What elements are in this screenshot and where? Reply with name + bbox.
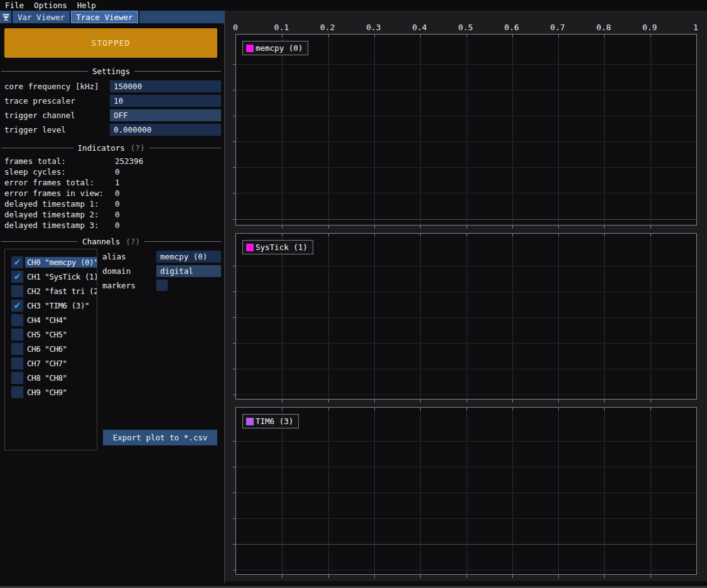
axis-tick (650, 408, 651, 410)
axis-tick (233, 219, 235, 220)
plot-legend-systick-1[interactable]: SysTick (1) (242, 240, 313, 254)
x-axis-tick-label-0-6: 0.6 (504, 23, 519, 32)
axis-tick (374, 575, 375, 578)
axis-tick (233, 141, 235, 142)
markers-checkbox[interactable] (156, 280, 168, 291)
axis-tick (650, 35, 651, 37)
channel-label-ch2: CH2 "fast tri (2)" (25, 286, 97, 297)
channel-checkbox-ch0[interactable]: ✔ (11, 256, 23, 268)
frames-total-value: 252396 (115, 156, 143, 166)
gridline-horizontal (236, 441, 696, 442)
trace-prescaler-input[interactable]: 10 (110, 95, 221, 107)
axis-tick (558, 408, 559, 410)
axis-tick (374, 226, 375, 229)
channel-checkbox-ch4[interactable] (11, 314, 23, 326)
axis-tick (374, 408, 375, 410)
indicator-row-error-frames-total: error frames total:1 (0, 177, 224, 188)
domain-select[interactable]: digital (156, 265, 221, 277)
alias-input[interactable]: memcpy (0) (156, 251, 221, 263)
chevrons-down-icon[interactable] (0, 11, 13, 23)
channel-checkbox-ch1[interactable]: ✔ (11, 271, 23, 283)
axis-tick (420, 35, 421, 37)
gridline-vertical (512, 408, 513, 574)
gridline-horizontal (236, 266, 696, 266)
axis-tick (328, 400, 329, 403)
channel-checkbox-ch8[interactable] (11, 372, 23, 384)
trigger-channel-select[interactable]: OFF (110, 109, 221, 121)
axis-tick (604, 226, 605, 229)
plot-panel-memcpy-0[interactable]: memcpy (0) (235, 34, 697, 226)
channel-row-ch0[interactable]: ✔CH0 "memcpy (0)" (5, 255, 97, 270)
channel-checkbox-ch7[interactable] (11, 357, 23, 369)
channel-row-ch8[interactable]: CH8 "CH8" (5, 371, 97, 385)
channel-label-ch1: CH1 "SysTick (1)" (25, 271, 97, 282)
channel-row-ch9[interactable]: CH9 "CH9" (5, 385, 97, 400)
alias-label: alias (102, 251, 126, 263)
axis-tick (233, 518, 235, 519)
plot-legend-memcpy-0[interactable]: memcpy (0) (242, 41, 308, 55)
axis-tick (558, 35, 559, 37)
core-frequency-khz-input[interactable]: 150000 (110, 80, 221, 92)
domain-label: domain (102, 265, 131, 277)
channel-checkbox-ch5[interactable] (11, 329, 23, 340)
trigger-channel-label: trigger channel (4, 109, 75, 121)
channel-checkbox-ch2[interactable] (11, 285, 23, 297)
gridline-vertical (420, 35, 421, 225)
indicators-help-icon[interactable]: (?) (131, 143, 145, 153)
channel-label-ch3: CH3 "TIM6 (3)" (25, 300, 97, 311)
channel-row-ch3[interactable]: ✔CH3 "TIM6 (3)" (5, 298, 97, 313)
plot-legend-tim6-3[interactable]: TIM6 (3) (242, 414, 299, 428)
trigger-level-input[interactable]: 0.000000 (110, 124, 221, 136)
menu-help[interactable]: Help (77, 1, 102, 10)
x-axis-tick-label-1: 1 (693, 23, 698, 32)
delayed-timestamp-1-value: 0 (115, 199, 120, 209)
channel-row-ch1[interactable]: ✔CH1 "SysTick (1)" (5, 270, 97, 284)
axis-tick (328, 408, 329, 410)
channel-checkbox-ch6[interactable] (11, 343, 23, 355)
channels-help-icon[interactable]: (?) (126, 237, 140, 246)
indicators-title: Indicators (78, 143, 125, 153)
channel-checkbox-ch9[interactable] (11, 386, 23, 398)
export-csv-button[interactable]: Export plot to *.csv (103, 430, 217, 445)
menu-file[interactable]: File (5, 1, 30, 10)
sleep-cycles-label: sleep cycles: (4, 166, 66, 177)
axis-tick (233, 193, 235, 193)
settings-section-title: Settings (1, 67, 221, 76)
gridline-vertical (420, 234, 421, 399)
legend-swatch-icon (246, 418, 254, 425)
gridline-vertical (420, 408, 421, 574)
gridline-horizontal (236, 570, 696, 570)
menu-bar: FileOptionsHelp (0, 0, 707, 11)
axis-tick (604, 234, 605, 236)
gridline-horizontal (236, 64, 696, 65)
sleep-cycles-value: 0 (115, 166, 120, 177)
check-icon: ✔ (14, 271, 21, 281)
axis-tick (282, 400, 283, 403)
tab-trace-viewer[interactable]: Trace Viewer (71, 11, 139, 23)
channel-checkbox-ch3[interactable]: ✔ (11, 300, 23, 312)
axis-tick (467, 400, 467, 403)
axis-tick (420, 400, 421, 403)
delayed-timestamp-1-label: delayed timestamp 1: (4, 199, 99, 209)
gridline-vertical (467, 408, 467, 574)
settings-title: Settings (92, 67, 130, 76)
acquisition-status-button[interactable]: STOPPED (4, 28, 217, 58)
tab-var-viewer[interactable]: Var Viewer (13, 11, 71, 23)
indicator-row-error-frames-in-view: error frames in view:0 (0, 188, 224, 199)
gridline-horizontal (236, 343, 696, 344)
channel-row-ch2[interactable]: CH2 "fast tri (2)" (5, 284, 97, 298)
channel-row-ch6[interactable]: CH6 "CH6" (5, 342, 97, 356)
channel-row-ch7[interactable]: CH7 "CH7" (5, 356, 97, 371)
frames-total-label: frames total: (4, 156, 66, 166)
channel-row-ch5[interactable]: CH5 "CH5" (5, 327, 97, 342)
axis-tick (650, 234, 651, 236)
plot-panel-tim6-3[interactable]: TIM6 (3) (235, 407, 697, 575)
check-icon: ✔ (14, 300, 21, 310)
channel-row-ch4[interactable]: CH4 "CH4" (5, 313, 97, 327)
x-axis-tick-label-0-1: 0.1 (274, 23, 289, 32)
plot-panel-systick-1[interactable]: SysTick (1) (235, 233, 697, 400)
axis-tick (512, 35, 513, 37)
axis-tick (467, 234, 467, 236)
axis-tick (233, 441, 235, 442)
menu-options[interactable]: Options (34, 1, 73, 10)
